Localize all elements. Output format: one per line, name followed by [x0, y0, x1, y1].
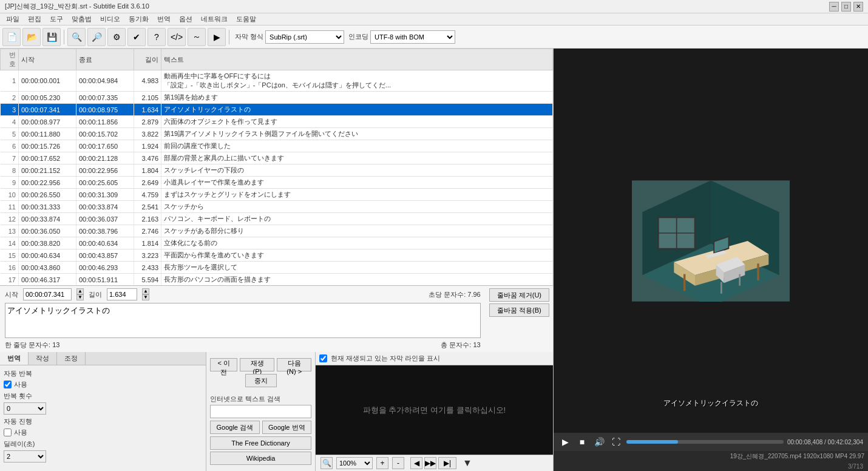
video-button[interactable]: ▶ — [208, 28, 226, 46]
menu-edit[interactable]: 편집 — [24, 14, 45, 24]
check-button[interactable]: ✔ — [127, 28, 146, 46]
zoom-select[interactable]: 100% — [336, 457, 373, 469]
dur-down-btn[interactable]: ▼ — [142, 294, 149, 300]
table-row[interactable]: 14 00:00:38.820 00:00:40.634 1.814 立体化にな… — [1, 237, 553, 249]
findreplace-button[interactable]: 🔎 — [87, 28, 106, 46]
row-num: 5 — [1, 128, 19, 140]
zoom-plus-button[interactable]: + — [376, 457, 388, 469]
dur-up-btn[interactable]: ▲ — [142, 288, 149, 294]
row-dur: 1.634 — [134, 104, 161, 116]
right-panel: アイソメトリックイラストの ▶ ■ 🔊 ⛶ 00:00:08,408 / 00:… — [554, 49, 868, 471]
stop-video-button[interactable]: ■ — [575, 435, 589, 449]
menu-options[interactable]: 옵션 — [175, 14, 196, 24]
prev-button[interactable]: < 이전 — [210, 358, 237, 371]
row-start: 00:00:46.317 — [19, 274, 76, 286]
col-header-dur: 길이 — [134, 49, 161, 70]
menu-spellcheck[interactable]: 맞춤법 — [68, 14, 95, 24]
wave-marker-button[interactable]: ▶| — [438, 457, 456, 469]
table-row[interactable]: 15 00:00:40.634 00:00:43.857 3.223 平面図から… — [1, 249, 553, 262]
volume-button[interactable]: 🔊 — [592, 435, 606, 449]
free-dictionary-button[interactable]: The Free Dictionary — [210, 436, 311, 450]
auto-progress-checkbox[interactable] — [4, 429, 12, 436]
row-text: 小道具レイヤーで作業を進めます — [161, 177, 553, 189]
menu-file[interactable]: 파일 — [2, 14, 23, 24]
start-down-btn[interactable]: ▼ — [76, 294, 84, 300]
dur-input[interactable] — [107, 288, 137, 300]
start-time-input[interactable] — [23, 288, 72, 300]
wave-toolbar: 현재 재생되고 있는 자막 라인을 표시 — [316, 352, 553, 365]
find-button[interactable]: 🔍 — [67, 28, 86, 46]
nav-buttons: < 이전 재생(P) 다음(N) > — [210, 358, 311, 371]
table-row[interactable]: 12 00:00:33.874 00:00:36.037 2.163 パソコン、… — [1, 213, 553, 225]
subtitle-table-container[interactable]: 번호 시작 종료 길이 텍스트 1 00:00:00.001 00:00:04.… — [0, 49, 553, 286]
tab-compose[interactable]: 작성 — [29, 352, 57, 365]
code-button[interactable]: </> — [168, 28, 186, 46]
table-row[interactable]: 2 00:00:05.230 00:00:07.335 2.105 第19講を始… — [1, 92, 553, 104]
play-pause-button[interactable]: ▶ — [558, 435, 572, 449]
table-row[interactable]: 3 00:00:07.341 00:00:08.975 1.634 アイソメトリ… — [1, 104, 553, 116]
subtitle-edit-textarea[interactable]: アイソメトリックイラストの — [5, 303, 481, 338]
menu-translate[interactable]: 번역 — [154, 14, 174, 24]
new-button[interactable]: 📄 — [2, 28, 21, 46]
progress-bar[interactable] — [626, 440, 784, 444]
tab-translate[interactable]: 번역 — [0, 352, 29, 365]
wave-prev-button[interactable]: ◀ — [410, 457, 422, 469]
encoding-select[interactable]: UTF-8 with BOM — [370, 30, 455, 44]
remove-linebreak-button[interactable]: 줄바꿈 제거(U) — [489, 288, 549, 302]
open-button[interactable]: 📂 — [22, 28, 41, 46]
table-row[interactable]: 7 00:00:17.652 00:00:21.128 3.476 部屋の背景と… — [1, 152, 553, 164]
play-button[interactable]: 재생(P) — [240, 358, 274, 371]
show-current-checkbox[interactable] — [319, 354, 327, 362]
stop-button[interactable]: 중지 — [245, 374, 277, 387]
apply-linebreak-button[interactable]: 줄바꿈 적용(B) — [489, 303, 549, 317]
wave-button[interactable]: ～ — [188, 28, 206, 46]
format-select[interactable]: SubRip (.srt) — [265, 30, 344, 44]
table-row[interactable]: 16 00:00:43.860 00:00:46.293 2.433 長方形ツー… — [1, 262, 553, 274]
repeat-count-select[interactable]: 0 — [4, 402, 46, 415]
table-row[interactable]: 5 00:00:11.880 00:00:15.702 3.822 第19講アイ… — [1, 128, 553, 140]
table-row[interactable]: 17 00:00:46.317 00:00:51.911 5.594 長方形のパ… — [1, 274, 553, 286]
start-up-btn[interactable]: ▲ — [76, 288, 84, 294]
row-text: 部屋の背景と家具の上に描いていきます — [161, 152, 553, 164]
line-char-count: 한 줄당 문자수: 13 — [5, 341, 59, 350]
google-translate-button[interactable]: Google 번역 — [262, 421, 312, 434]
row-start: 00:00:08.977 — [19, 116, 76, 128]
save-button[interactable]: 💾 — [42, 28, 61, 46]
tab-adjust[interactable]: 조정 — [57, 352, 86, 365]
menu-video[interactable]: 비디오 — [97, 14, 124, 24]
auto-repeat-checkbox[interactable] — [4, 381, 12, 388]
subtitle-marker-icon: ▼ — [463, 458, 472, 469]
table-row[interactable]: 13 00:00:36.050 00:00:38.796 2.746 スケッチが… — [1, 225, 553, 237]
internet-search-input[interactable] — [210, 405, 311, 418]
table-row[interactable]: 4 00:00:08.977 00:00:11.856 2.879 六面体のオブ… — [1, 116, 553, 128]
row-start: 00:00:40.634 — [19, 249, 76, 262]
wikipedia-button[interactable]: Wikipedia — [210, 452, 311, 465]
fullscreen-button[interactable]: ⛶ — [609, 435, 623, 449]
row-start: 00:00:31.333 — [19, 201, 76, 213]
menu-help[interactable]: 도움말 — [232, 14, 260, 24]
wave-content[interactable]: 파형을 추가하려면 여기를 클릭하십시오! — [316, 365, 553, 455]
table-row[interactable]: 9 00:00:22.956 00:00:25.605 2.649 小道具レイヤ… — [1, 177, 553, 189]
row-start: 00:00:33.874 — [19, 213, 76, 225]
minimize-button[interactable]: ─ — [829, 2, 839, 12]
wave-next-button[interactable]: ▶▶ — [424, 457, 436, 469]
table-row[interactable]: 1 00:00:00.001 00:00:04.984 4.983 動画再生中に… — [1, 70, 553, 92]
table-row[interactable]: 6 00:00:15.726 00:00:17.650 1.924 前回の講座で… — [1, 140, 553, 152]
menu-network[interactable]: 네트워크 — [197, 14, 231, 24]
row-num: 17 — [1, 274, 19, 286]
zoom-minus-button[interactable]: - — [392, 457, 404, 469]
menu-tools[interactable]: 도구 — [46, 14, 67, 24]
row-dur: 2.541 — [134, 201, 161, 213]
delay-select[interactable]: 2 — [4, 450, 46, 463]
table-row[interactable]: 11 00:00:31.333 00:00:33.874 2.541 スケッチか… — [1, 201, 553, 213]
maximize-button[interactable]: □ — [841, 2, 851, 12]
zoom-in-icon[interactable]: 🔍 — [320, 457, 333, 469]
menu-sync[interactable]: 동기화 — [125, 14, 152, 24]
table-row[interactable]: 8 00:00:21.152 00:00:22.956 1.804 スケッチレイ… — [1, 164, 553, 177]
google-search-button[interactable]: Google 검색 — [210, 421, 260, 434]
close-button[interactable]: ✕ — [853, 2, 863, 12]
help-button[interactable]: ? — [147, 28, 166, 46]
next-button[interactable]: 다음(N) > — [277, 358, 311, 371]
table-row[interactable]: 10 00:00:26.550 00:00:31.309 4.759 まずはスケ… — [1, 189, 553, 201]
settings-button[interactable]: ⚙ — [107, 28, 126, 46]
